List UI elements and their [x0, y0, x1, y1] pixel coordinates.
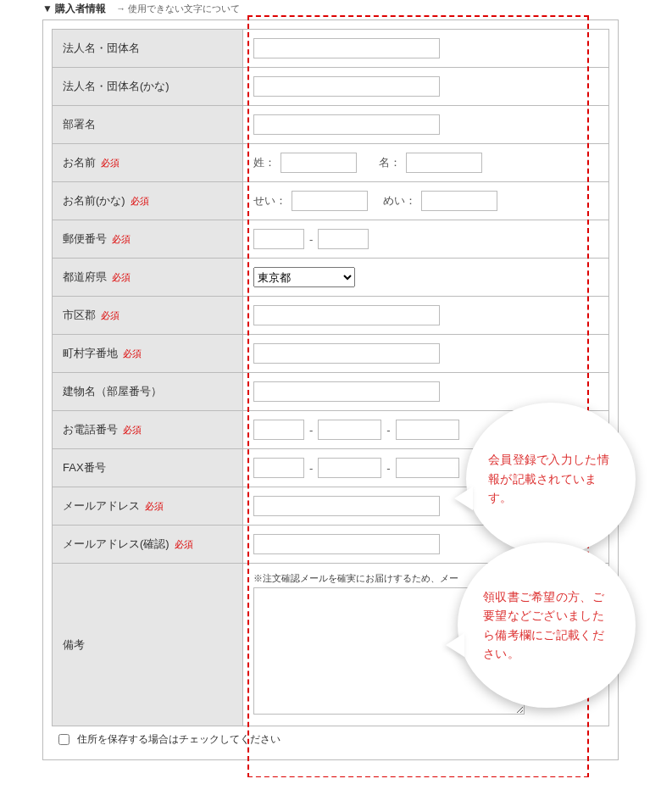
postal-1-input[interactable]: [253, 229, 304, 249]
required-badge: 必須: [112, 234, 131, 244]
mei-prefix: 名：: [379, 155, 401, 170]
last-name-input[interactable]: [281, 153, 357, 173]
save-address-checkbox[interactable]: [58, 734, 69, 745]
label-corp-name-kana: 法人名・団体名(かな): [53, 68, 243, 106]
mei-kana-prefix: めい：: [383, 193, 416, 209]
tel-1-input[interactable]: [253, 420, 304, 440]
section-header: ▼ 購入者情報 → 使用できない文字について: [42, 0, 619, 19]
label-building: 建物名（部屋番号）: [53, 373, 243, 411]
fax-3-input[interactable]: [396, 458, 459, 478]
fax-separator: -: [386, 462, 390, 475]
invalid-chars-link[interactable]: → 使用できない文字について: [116, 3, 240, 15]
required-badge: 必須: [123, 348, 142, 359]
callout-bubble-remarks: 領収書ご希望の方、ご要望などございましたら備考欄にご記載ください。: [458, 542, 636, 708]
building-input[interactable]: [253, 381, 440, 402]
required-badge: 必須: [123, 425, 142, 435]
callout-bubble-info: 会員登録で入力した情報が記載されています。: [466, 403, 636, 555]
tel-2-input[interactable]: [318, 420, 381, 440]
required-badge: 必須: [131, 196, 149, 206]
fax-separator: -: [309, 462, 313, 475]
save-address-row: 住所を保存する場合はチェックしてください: [52, 726, 609, 749]
label-tel: お電話番号必須: [53, 411, 243, 449]
tel-separator: -: [386, 424, 390, 437]
label-email: メールアドレス必須: [53, 487, 243, 526]
corp-name-input[interactable]: [253, 38, 440, 58]
first-name-kana-input[interactable]: [421, 191, 497, 211]
prefecture-select[interactable]: 東京都: [253, 267, 355, 287]
label-name: お名前必須: [53, 144, 243, 182]
tel-separator: -: [309, 424, 313, 437]
corp-name-kana-input[interactable]: [253, 76, 440, 97]
last-name-kana-input[interactable]: [292, 191, 368, 211]
department-input[interactable]: [253, 114, 440, 135]
sei-kana-prefix: せい：: [253, 193, 286, 209]
label-city: 市区郡必須: [53, 297, 243, 335]
postal-2-input[interactable]: [318, 229, 369, 249]
label-postal: 郵便番号必須: [53, 220, 243, 259]
tel-3-input[interactable]: [396, 420, 459, 440]
street-input[interactable]: [253, 343, 440, 364]
required-badge: 必須: [145, 501, 164, 511]
section-title: ▼ 購入者情報: [42, 2, 106, 16]
label-name-kana: お名前(かな)必須: [53, 182, 243, 220]
required-badge: 必須: [101, 158, 119, 168]
email-confirm-input[interactable]: [253, 534, 440, 554]
sei-prefix: 姓：: [253, 155, 275, 170]
city-input[interactable]: [253, 305, 440, 325]
required-badge: 必須: [175, 539, 193, 549]
label-corp-name: 法人名・団体名: [53, 30, 243, 68]
save-address-label: 住所を保存する場合はチェックしてください: [77, 732, 281, 747]
required-badge: 必須: [101, 310, 119, 320]
first-name-input[interactable]: [406, 153, 482, 173]
postal-separator: -: [309, 233, 313, 246]
fax-2-input[interactable]: [318, 458, 381, 478]
required-badge: 必須: [112, 272, 131, 282]
label-department: 部署名: [53, 106, 243, 144]
label-fax: FAX番号: [53, 449, 243, 487]
label-email-confirm: メールアドレス(確認)必須: [53, 526, 243, 564]
fax-1-input[interactable]: [253, 458, 304, 478]
label-remarks: 備考: [53, 564, 243, 726]
label-street: 町村字番地必須: [53, 335, 243, 373]
label-prefecture: 都道府県必須: [53, 259, 243, 297]
email-input[interactable]: [253, 496, 440, 516]
